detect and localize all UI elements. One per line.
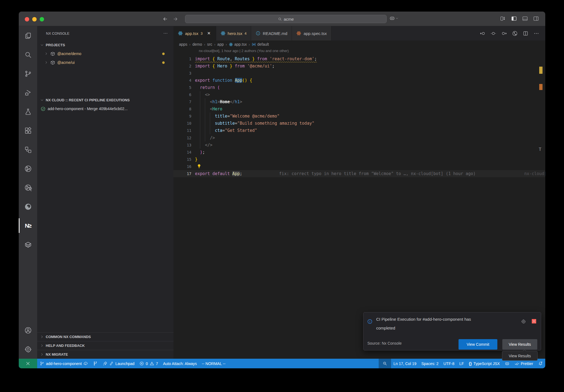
activity-item-nx-console[interactable]: N≥	[19, 216, 37, 235]
activity-item-settings[interactable]	[19, 340, 37, 359]
prev-change-button[interactable]	[480, 31, 486, 36]
code-line-17[interactable]: 17nx-cloud[bexport default App;fix: corr…	[173, 170, 545, 177]
customize-layout-button[interactable]	[500, 15, 506, 22]
code-line-4[interactable]: 4export function App() {	[173, 77, 545, 84]
package-icon	[50, 60, 55, 65]
notification-settings-icon[interactable]	[521, 319, 526, 324]
breadcrumb-item-app[interactable]: app	[217, 42, 224, 47]
code-line-14[interactable]: 14 );	[173, 149, 545, 156]
next-change-button[interactable]	[501, 31, 507, 36]
toggle-panel-button[interactable]	[522, 15, 528, 22]
section-nx-migrate[interactable]: NX MIGRATE	[37, 350, 173, 359]
activity-item-run-debug[interactable]	[19, 83, 37, 102]
notification-close-icon[interactable]	[532, 319, 536, 323]
breadcrumb-item-demo[interactable]: demo	[192, 42, 202, 47]
command-center-search[interactable]: acme	[185, 15, 387, 23]
code-line-6[interactable]: 6 <>	[173, 91, 545, 98]
activity-item-explorer[interactable]	[19, 26, 37, 45]
status-vim-mode[interactable]: -- NORMAL --	[199, 359, 228, 368]
activity-item-source-control[interactable]	[19, 64, 37, 83]
breadcrumb-item-default[interactable]: default	[252, 42, 269, 47]
status-indentation[interactable]: Spaces: 2	[419, 359, 441, 368]
close-window-button[interactable]	[25, 17, 29, 21]
tab-README.md[interactable]: README.md	[251, 26, 292, 40]
project-item[interactable]: @acme/demo	[37, 49, 173, 58]
code-line-12[interactable]: 12 />	[173, 134, 545, 141]
activity-item-gitlens[interactable]	[19, 159, 37, 178]
tab-label: app.spec.tsx	[303, 31, 327, 36]
section-nx-cloud[interactable]: NX CLOUD :: RECENT CI PIPELINE EXECUTION…	[37, 96, 173, 104]
status-encoding[interactable]: UTF-8	[441, 359, 457, 368]
activity-item-gitlens-search[interactable]	[19, 178, 37, 197]
section-projects[interactable]: PROJECTS	[37, 40, 173, 49]
code-text: cta="Get Started"	[195, 128, 257, 133]
section-common-nx-commands[interactable]: COMMON NX COMMANDS	[37, 332, 173, 341]
activity-item-testing[interactable]	[19, 102, 37, 121]
tab-hero.tsx[interactable]: hero.tsx4	[216, 26, 251, 40]
panel-right-icon	[533, 15, 539, 22]
navigate-forward-icon[interactable]	[172, 15, 179, 23]
split-button[interactable]	[523, 31, 528, 36]
code-line-15[interactable]: 15}	[173, 156, 545, 163]
code-line-1[interactable]: 1import { Route, Routes } from 'react-ro…	[173, 55, 545, 62]
activity-item-hierarchy[interactable]	[19, 140, 37, 159]
run-circle-button[interactable]	[512, 31, 518, 36]
breadcrumb-item-apps[interactable]: apps	[179, 42, 187, 47]
line-number: 4	[173, 78, 195, 83]
toggle-primary-sidebar-button[interactable]	[511, 15, 517, 22]
copilot-menu[interactable]	[389, 15, 398, 21]
activity-item-containers[interactable]	[19, 235, 37, 254]
status-label: Auto Attach: Always	[163, 361, 197, 366]
status-auto-attach[interactable]: Auto Attach: Always	[161, 359, 199, 368]
cloud-up-icon	[83, 361, 88, 366]
chevron-down-sm-icon	[40, 98, 44, 102]
open-change-button[interactable]	[490, 31, 496, 36]
code-line-8[interactable]: 8 <Hero	[173, 105, 545, 113]
view-commit-button[interactable]: View Commit	[459, 339, 497, 350]
status-launchpad[interactable]: Launchpad	[100, 359, 137, 368]
breadcrumb[interactable]: apps›demo›src›app›app.tsx›default	[173, 40, 545, 48]
toggle-secondary-sidebar-button[interactable]	[533, 15, 539, 22]
pipeline-execution-item[interactable]: add-hero-component - Merge 409b44e5cb02.…	[37, 104, 173, 113]
code-line-2[interactable]: 2import { Hero } from '@acme/ui';	[173, 62, 545, 70]
tab-app.spec.tsx[interactable]: app.spec.tsx	[292, 26, 331, 40]
status-git-branch[interactable]: add-hero-component	[37, 359, 91, 368]
code-line-7[interactable]: 7 <h1>Home</h1>	[173, 98, 545, 105]
view-results-button[interactable]: View Results	[502, 339, 537, 350]
navigate-back-icon[interactable]	[162, 15, 169, 23]
activity-item-edge-tools[interactable]	[19, 197, 37, 216]
ellipsis-button[interactable]	[533, 31, 539, 36]
status-problems[interactable]: 07	[137, 359, 161, 368]
layout-icon	[500, 15, 506, 22]
code-line-9[interactable]: 9 title="Welcome @acme/demo"	[173, 113, 545, 120]
code-line-11[interactable]: 11 cta="Get Started"	[173, 127, 545, 134]
breadcrumb-item-app.tsx[interactable]: app.tsx	[229, 42, 247, 47]
status-eol[interactable]: LF	[457, 359, 466, 368]
zoom-window-button[interactable]	[40, 17, 44, 21]
activity-item-accounts[interactable]	[19, 321, 37, 340]
activity-item-search[interactable]	[19, 45, 37, 64]
code-line-13[interactable]: 13 </>	[173, 141, 545, 149]
search-value: acme	[284, 17, 294, 21]
breadcrumb-item-src[interactable]: src	[207, 42, 212, 47]
project-item[interactable]: @acme/ui	[37, 58, 173, 67]
code-line-10[interactable]: 10 subtitle="Build something amazing tod…	[173, 120, 545, 127]
tab-app.tsx[interactable]: app.tsx3✕	[173, 26, 216, 40]
code-line-16[interactable]: 16	[173, 163, 545, 170]
status-cursor-position[interactable]: Ln 17, Col 19	[391, 359, 419, 368]
status-zoom-indicator[interactable]	[379, 359, 391, 368]
tab-problems-badge: 4	[245, 31, 246, 36]
lightbulb-icon[interactable]	[196, 164, 202, 169]
code-line-3[interactable]: 3	[173, 70, 545, 77]
tab-label: app.tsx	[185, 31, 198, 36]
status-language-mode[interactable]: {}TypeScript JSX	[466, 359, 502, 368]
code-line-5[interactable]: 5 return (	[173, 84, 545, 91]
status-commit-graph[interactable]	[91, 359, 100, 368]
editor-group: app.tsx3✕hero.tsx4README.mdapp.spec.tsx …	[173, 26, 545, 359]
tab-close-icon[interactable]: ✕	[207, 31, 212, 36]
section-help-and-feedback[interactable]: HELP AND FEEDBACK	[37, 341, 173, 350]
status-remote-indicator[interactable]	[19, 359, 37, 368]
minimize-window-button[interactable]	[32, 17, 37, 21]
activity-item-extensions[interactable]	[19, 121, 37, 140]
sidebar-more-actions-icon[interactable]	[163, 31, 168, 36]
